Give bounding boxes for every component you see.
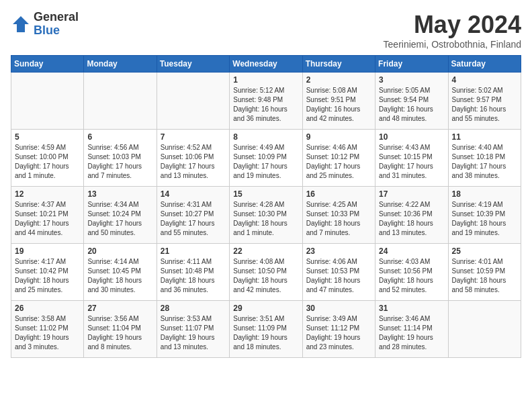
day-number: 24 <box>379 246 444 256</box>
calendar-day-cell: 11Sunrise: 4:40 AM Sunset: 10:18 PM Dayl… <box>448 130 521 187</box>
day-info: Sunrise: 5:05 AM Sunset: 9:54 PM Dayligh… <box>379 86 444 124</box>
day-number: 5 <box>15 132 80 142</box>
calendar-day-cell: 16Sunrise: 4:25 AM Sunset: 10:33 PM Dayl… <box>302 187 375 244</box>
calendar-day-cell: 9Sunrise: 4:46 AM Sunset: 10:12 PM Dayli… <box>302 130 375 187</box>
calendar-day-cell <box>157 73 229 130</box>
weekday-header-saturday: Saturday <box>448 56 521 73</box>
weekday-header-monday: Monday <box>84 56 157 73</box>
location-subtitle: Teeriniemi, Ostrobothnia, Finland <box>384 39 521 50</box>
calendar-week-3: 12Sunrise: 4:37 AM Sunset: 10:21 PM Dayl… <box>11 187 521 244</box>
logo-blue-text: Blue <box>34 24 79 38</box>
title-block: May 2024 Teeriniemi, Ostrobothnia, Finla… <box>384 11 521 50</box>
calendar-day-cell: 14Sunrise: 4:31 AM Sunset: 10:27 PM Dayl… <box>157 187 229 244</box>
day-info: Sunrise: 3:56 AM Sunset: 11:04 PM Daylig… <box>87 314 152 352</box>
day-info: Sunrise: 5:12 AM Sunset: 9:48 PM Dayligh… <box>233 86 298 124</box>
day-info: Sunrise: 4:56 AM Sunset: 10:03 PM Daylig… <box>87 143 152 181</box>
day-number: 18 <box>452 189 517 199</box>
calendar-day-cell: 5Sunrise: 4:59 AM Sunset: 10:00 PM Dayli… <box>11 130 84 187</box>
day-number: 30 <box>306 304 371 313</box>
calendar-day-cell: 10Sunrise: 4:43 AM Sunset: 10:15 PM Dayl… <box>375 130 448 187</box>
day-info: Sunrise: 5:02 AM Sunset: 9:57 PM Dayligh… <box>452 86 517 124</box>
calendar-header: SundayMondayTuesdayWednesdayThursdayFrid… <box>11 56 521 73</box>
day-info: Sunrise: 4:52 AM Sunset: 10:06 PM Daylig… <box>161 143 226 181</box>
logo: General Blue <box>11 11 79 38</box>
day-number: 26 <box>15 304 80 313</box>
day-number: 12 <box>15 189 80 199</box>
calendar-day-cell: 1Sunrise: 5:12 AM Sunset: 9:48 PM Daylig… <box>230 73 302 130</box>
calendar-day-cell: 18Sunrise: 4:19 AM Sunset: 10:39 PM Dayl… <box>448 187 521 244</box>
day-number: 4 <box>452 75 517 85</box>
calendar-week-4: 19Sunrise: 4:17 AM Sunset: 10:42 PM Dayl… <box>11 244 521 301</box>
day-info: Sunrise: 3:58 AM Sunset: 11:02 PM Daylig… <box>15 314 80 352</box>
day-info: Sunrise: 3:49 AM Sunset: 11:12 PM Daylig… <box>306 314 371 352</box>
day-number: 14 <box>161 189 226 199</box>
day-number: 8 <box>233 132 298 142</box>
calendar-day-cell: 17Sunrise: 4:22 AM Sunset: 10:36 PM Dayl… <box>375 187 448 244</box>
day-info: Sunrise: 3:46 AM Sunset: 11:14 PM Daylig… <box>379 314 444 352</box>
month-title: May 2024 <box>384 11 521 39</box>
day-info: Sunrise: 4:14 AM Sunset: 10:45 PM Daylig… <box>87 257 152 295</box>
day-info: Sunrise: 4:11 AM Sunset: 10:48 PM Daylig… <box>161 257 226 295</box>
calendar-day-cell: 24Sunrise: 4:03 AM Sunset: 10:56 PM Dayl… <box>375 244 448 301</box>
day-number: 19 <box>15 246 80 256</box>
calendar-day-cell: 29Sunrise: 3:51 AM Sunset: 11:09 PM Dayl… <box>230 301 302 358</box>
day-number: 9 <box>306 132 371 142</box>
day-info: Sunrise: 5:08 AM Sunset: 9:51 PM Dayligh… <box>306 86 371 124</box>
calendar-day-cell: 21Sunrise: 4:11 AM Sunset: 10:48 PM Dayl… <box>157 244 229 301</box>
day-number: 31 <box>379 304 444 313</box>
day-number: 25 <box>452 246 517 256</box>
day-info: Sunrise: 4:22 AM Sunset: 10:36 PM Daylig… <box>379 200 444 238</box>
calendar-day-cell: 30Sunrise: 3:49 AM Sunset: 11:12 PM Dayl… <box>302 301 375 358</box>
calendar-week-5: 26Sunrise: 3:58 AM Sunset: 11:02 PM Dayl… <box>11 301 521 358</box>
calendar-table: SundayMondayTuesdayWednesdayThursdayFrid… <box>11 55 521 358</box>
day-number: 20 <box>87 246 152 256</box>
day-number: 29 <box>233 304 298 313</box>
day-info: Sunrise: 4:03 AM Sunset: 10:56 PM Daylig… <box>379 257 444 295</box>
day-number: 15 <box>233 189 298 199</box>
day-number: 21 <box>161 246 226 256</box>
calendar-week-2: 5Sunrise: 4:59 AM Sunset: 10:00 PM Dayli… <box>11 130 521 187</box>
logo-text: General Blue <box>34 11 79 38</box>
day-number: 17 <box>379 189 444 199</box>
calendar-day-cell: 4Sunrise: 5:02 AM Sunset: 9:57 PM Daylig… <box>448 73 521 130</box>
day-number: 13 <box>87 189 152 199</box>
day-number: 28 <box>161 304 226 313</box>
day-number: 2 <box>306 75 371 85</box>
calendar-day-cell: 19Sunrise: 4:17 AM Sunset: 10:42 PM Dayl… <box>11 244 84 301</box>
day-number: 3 <box>379 75 444 85</box>
day-number: 22 <box>233 246 298 256</box>
day-info: Sunrise: 4:06 AM Sunset: 10:53 PM Daylig… <box>306 257 371 295</box>
day-number: 10 <box>379 132 444 142</box>
day-info: Sunrise: 4:19 AM Sunset: 10:39 PM Daylig… <box>452 200 517 238</box>
calendar-day-cell: 20Sunrise: 4:14 AM Sunset: 10:45 PM Dayl… <box>84 244 157 301</box>
day-info: Sunrise: 4:37 AM Sunset: 10:21 PM Daylig… <box>15 200 80 238</box>
calendar-body: 1Sunrise: 5:12 AM Sunset: 9:48 PM Daylig… <box>11 73 521 358</box>
calendar-day-cell <box>448 301 521 358</box>
day-number: 27 <box>87 304 152 313</box>
logo-general-text: General <box>34 11 79 24</box>
weekday-header-thursday: Thursday <box>302 56 375 73</box>
calendar-day-cell: 25Sunrise: 4:01 AM Sunset: 10:59 PM Dayl… <box>448 244 521 301</box>
day-number: 16 <box>306 189 371 199</box>
weekday-header-wednesday: Wednesday <box>230 56 302 73</box>
day-info: Sunrise: 4:43 AM Sunset: 10:15 PM Daylig… <box>379 143 444 181</box>
calendar-day-cell: 2Sunrise: 5:08 AM Sunset: 9:51 PM Daylig… <box>302 73 375 130</box>
calendar-day-cell: 26Sunrise: 3:58 AM Sunset: 11:02 PM Dayl… <box>11 301 84 358</box>
day-info: Sunrise: 4:25 AM Sunset: 10:33 PM Daylig… <box>306 200 371 238</box>
day-info: Sunrise: 4:34 AM Sunset: 10:24 PM Daylig… <box>87 200 152 238</box>
calendar-day-cell <box>11 73 84 130</box>
calendar-day-cell: 12Sunrise: 4:37 AM Sunset: 10:21 PM Dayl… <box>11 187 84 244</box>
calendar-day-cell: 3Sunrise: 5:05 AM Sunset: 9:54 PM Daylig… <box>375 73 448 130</box>
calendar-day-cell <box>84 73 157 130</box>
weekday-header-tuesday: Tuesday <box>157 56 229 73</box>
day-info: Sunrise: 4:40 AM Sunset: 10:18 PM Daylig… <box>452 143 517 181</box>
calendar-week-1: 1Sunrise: 5:12 AM Sunset: 9:48 PM Daylig… <box>11 73 521 130</box>
weekday-header-friday: Friday <box>375 56 448 73</box>
day-number: 23 <box>306 246 371 256</box>
calendar-day-cell: 31Sunrise: 3:46 AM Sunset: 11:14 PM Dayl… <box>375 301 448 358</box>
day-info: Sunrise: 4:17 AM Sunset: 10:42 PM Daylig… <box>15 257 80 295</box>
day-info: Sunrise: 4:31 AM Sunset: 10:27 PM Daylig… <box>161 200 226 238</box>
day-number: 7 <box>161 132 226 142</box>
weekday-row: SundayMondayTuesdayWednesdayThursdayFrid… <box>11 56 521 73</box>
calendar-day-cell: 23Sunrise: 4:06 AM Sunset: 10:53 PM Dayl… <box>302 244 375 301</box>
